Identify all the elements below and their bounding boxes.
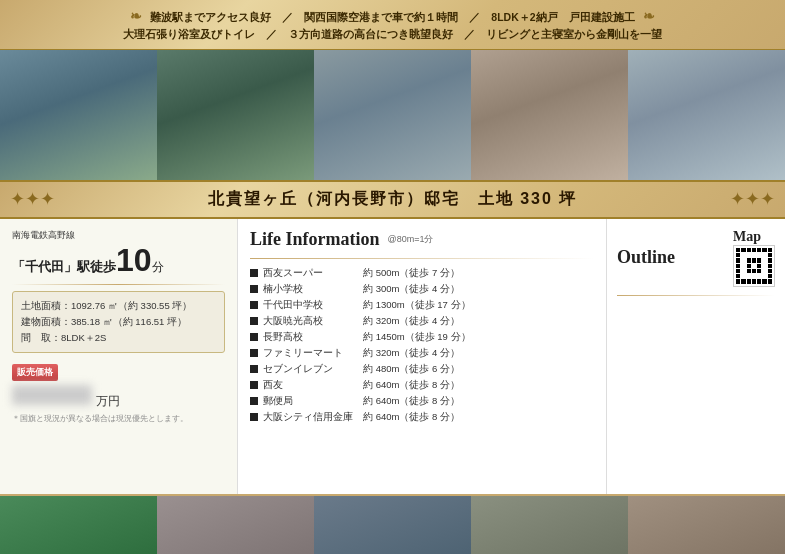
life-facility-name: 郵便局 [263,395,363,408]
station-name-block: 「千代田」駅徒歩 10 分 [12,244,225,276]
building-area: 建物面積：385.18 ㎡（約 116.51 坪） [21,314,216,330]
map-section: Map [733,229,775,287]
life-info-row: 郵便局約 640m（徒歩 8 分） [250,395,594,408]
life-facility-name: セブンイレブン [263,363,363,376]
life-facility-distance: 約 640m（徒歩 8 分） [363,379,594,392]
life-info-title: Life Information [250,229,380,250]
life-facility-distance: 約 480m（徒歩 6 分） [363,363,594,376]
life-facility-name: ファミリーマート [263,347,363,360]
life-info-header: Life Information @80m=1分 [250,229,594,250]
life-facility-distance: 約 640m（徒歩 8 分） [363,395,594,408]
life-facility-name: 千代田中学校 [263,299,363,312]
life-info-row: 大阪シティ信用金庫約 640m（徒歩 8 分） [250,411,594,424]
bottom-strip [0,494,785,554]
footnote: ＊国旗と現況が異なる場合は現況優先とします。 [12,414,225,424]
life-info-table: 西友スーパー約 500m（徒歩 7 分）楠小学校約 300m（徒歩 4 分）千代… [250,267,594,424]
room-layout: 間 取：8LDK＋2S [21,330,216,346]
price-unit: 万円 [96,393,120,410]
life-bullet [250,349,258,357]
life-info-sub: @80m=1分 [388,233,434,246]
title-ornament-right: ✦✦✦ [730,188,775,210]
outline-divider [617,295,775,296]
life-facility-distance: 約 300m（徒歩 4 分） [363,283,594,296]
life-info-row: 大阪暁光高校約 320m（徒歩 4 分） [250,315,594,328]
ornament-left: ❧ [130,6,142,27]
photo-5 [628,50,785,180]
photo-2 [157,50,314,180]
life-bullet [250,301,258,309]
life-info-row: セブンイレブン約 480m（徒歩 6 分） [250,363,594,376]
left-panel: 南海電鉄高野線 「千代田」駅徒歩 10 分 土地面積：1092.76 ㎡（約 3… [0,219,238,494]
qr-code [733,245,775,287]
photo-1 [0,50,157,180]
life-bullet [250,365,258,373]
banner-line2: 大理石張り浴室及びトイレ ／ ３方向道路の高台につき眺望良好 ／ リビングと主寝… [123,28,662,40]
land-area: 土地面積：1092.76 ㎡（約 330.55 坪） [21,298,216,314]
bottom-photo-4 [471,496,628,554]
life-info-row: 長野高校約 1450m（徒歩 19 分） [250,331,594,344]
train-line: 南海電鉄高野線 [12,229,225,242]
life-bullet [250,269,258,277]
life-info-row: 西友約 640m（徒歩 8 分） [250,379,594,392]
walk-unit: 分 [152,259,164,276]
title-bar: ✦✦✦ 北貴望ヶ丘（河内長野市）邸宅 土地 330 坪 ✦✦✦ [0,180,785,219]
divider-1 [12,284,225,285]
life-facility-name: 楠小学校 [263,283,363,296]
life-bullet [250,333,258,341]
bottom-photo-3 [314,496,471,554]
photo-4 [471,50,628,180]
life-info-row: 西友スーパー約 500m（徒歩 7 分） [250,267,594,280]
outline-panel: Outline Map [607,219,785,494]
life-bullet [250,397,258,405]
life-bullet [250,285,258,293]
life-bullet [250,317,258,325]
price-badge: 販売価格 [12,364,58,381]
outline-title: Outline [617,247,675,268]
bottom-photo-2 [157,496,314,554]
life-facility-distance: 約 1450m（徒歩 19 分） [363,331,594,344]
top-banner: ❧ 難波駅までアクセス良好 ／ 関西国際空港まで車で約１時間 ／ 8LDK＋2納… [0,0,785,50]
life-facility-name: 長野高校 [263,331,363,344]
title-ornament-left: ✦✦✦ [10,188,55,210]
life-bullet [250,413,258,421]
price-blurred [12,385,92,405]
life-info-row: ファミリーマート約 320m（徒歩 4 分） [250,347,594,360]
walk-number: 10 [116,244,152,276]
life-facility-distance: 約 320m（徒歩 4 分） [363,347,594,360]
life-facility-distance: 約 640m（徒歩 8 分） [363,411,594,424]
bottom-photo-5 [628,496,785,554]
life-info-divider [250,258,594,259]
life-facility-distance: 約 500m（徒歩 7 分） [363,267,594,280]
map-label: Map [733,229,775,245]
life-facility-name: 西友スーパー [263,267,363,280]
outline-header: Outline Map [617,229,775,287]
property-title: 北貴望ヶ丘（河内長野市）邸宅 土地 330 坪 [208,190,578,207]
life-facility-distance: 約 1300m（徒歩 17 分） [363,299,594,312]
station-quote: 「千代田」駅徒歩 [12,258,116,276]
life-info-panel: Life Information @80m=1分 西友スーパー約 500m（徒歩… [238,219,607,494]
banner-line1: 難波駅までアクセス良好 ／ 関西国際空港まで車で約１時間 ／ 8LDK＋2納戸 … [150,11,634,23]
property-info-box: 土地面積：1092.76 ㎡（約 330.55 坪） 建物面積：385.18 ㎡… [12,291,225,353]
life-facility-name: 大阪暁光高校 [263,315,363,328]
price-row: 万円 [12,385,225,410]
ornament-right: ❧ [643,6,655,27]
life-bullet [250,381,258,389]
photo-3 [314,50,471,180]
life-facility-distance: 約 320m（徒歩 4 分） [363,315,594,328]
price-section: 販売価格 万円 [12,361,225,410]
life-facility-name: 西友 [263,379,363,392]
main-content: 南海電鉄高野線 「千代田」駅徒歩 10 分 土地面積：1092.76 ㎡（約 3… [0,219,785,494]
photo-strip [0,50,785,180]
life-info-row: 楠小学校約 300m（徒歩 4 分） [250,283,594,296]
life-info-row: 千代田中学校約 1300m（徒歩 17 分） [250,299,594,312]
life-facility-name: 大阪シティ信用金庫 [263,411,363,424]
bottom-photo-1 [0,496,157,554]
